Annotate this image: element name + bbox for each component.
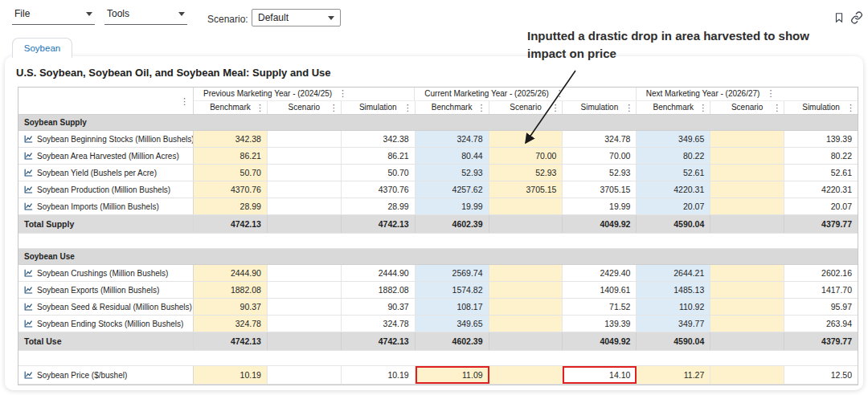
- cell[interactable]: 28.99: [194, 198, 268, 214]
- cell[interactable]: [489, 198, 563, 214]
- cell[interactable]: 324.78: [563, 131, 637, 147]
- bookmark-icon[interactable]: [833, 11, 845, 24]
- cell[interactable]: 86.21: [342, 148, 416, 164]
- cell[interactable]: [489, 131, 563, 147]
- cell[interactable]: 10.19: [342, 366, 416, 384]
- kebab-menu-icon[interactable]: ⋮: [328, 103, 340, 112]
- cell[interactable]: 80.22: [637, 148, 710, 164]
- cell[interactable]: 11.09: [416, 366, 489, 384]
- cell[interactable]: [710, 366, 784, 384]
- cell[interactable]: 52.61: [784, 165, 858, 181]
- cell[interactable]: 1882.08: [342, 282, 416, 298]
- cell[interactable]: 20.07: [784, 198, 858, 214]
- line-chart-icon[interactable]: [24, 169, 33, 177]
- cell[interactable]: [710, 131, 784, 147]
- cell[interactable]: 86.21: [194, 148, 268, 164]
- cell[interactable]: [268, 165, 342, 181]
- cell[interactable]: 90.37: [342, 299, 416, 315]
- cell[interactable]: 1409.61: [563, 282, 637, 298]
- kebab-menu-icon[interactable]: ⋮: [402, 103, 414, 112]
- cell[interactable]: 3705.15: [489, 181, 563, 198]
- cell[interactable]: 1417.70: [784, 282, 858, 298]
- cell[interactable]: [268, 299, 342, 315]
- cell[interactable]: 2444.90: [194, 265, 268, 281]
- kebab-menu-icon[interactable]: ⋮: [178, 96, 190, 105]
- cell[interactable]: 342.38: [194, 131, 268, 147]
- cell[interactable]: 349.65: [416, 316, 489, 332]
- cell[interactable]: 324.78: [416, 131, 489, 147]
- line-chart-icon[interactable]: [24, 269, 33, 277]
- kebab-menu-icon[interactable]: ⋮: [764, 89, 776, 98]
- cell[interactable]: [489, 265, 563, 281]
- kebab-menu-icon[interactable]: ⋮: [337, 89, 349, 98]
- cell[interactable]: 2429.40: [563, 265, 637, 281]
- kebab-menu-icon[interactable]: ⋮: [771, 103, 783, 112]
- cell[interactable]: 19.99: [416, 198, 489, 214]
- cell[interactable]: 52.61: [637, 165, 710, 181]
- kebab-menu-icon[interactable]: ⋮: [697, 103, 709, 112]
- cell[interactable]: 80.44: [416, 148, 489, 164]
- cell[interactable]: [489, 299, 563, 315]
- cell[interactable]: 349.65: [637, 131, 710, 147]
- cell[interactable]: [268, 131, 342, 147]
- cell[interactable]: 52.93: [416, 165, 489, 181]
- cell[interactable]: 3705.15: [563, 181, 637, 198]
- cell[interactable]: [710, 265, 784, 281]
- kebab-menu-icon[interactable]: ⋮: [476, 103, 488, 112]
- cell[interactable]: 50.70: [194, 165, 268, 181]
- cell[interactable]: 110.92: [637, 299, 710, 315]
- cell[interactable]: 90.37: [194, 299, 268, 315]
- cell[interactable]: [268, 148, 342, 164]
- line-chart-icon[interactable]: [24, 320, 33, 328]
- cell[interactable]: 50.70: [342, 165, 416, 181]
- kebab-menu-icon[interactable]: ⋮: [554, 89, 566, 98]
- tab-soybean[interactable]: Soybean: [12, 38, 72, 58]
- tools-menu-select[interactable]: Tools: [104, 8, 187, 25]
- line-chart-icon[interactable]: [24, 152, 33, 160]
- cell[interactable]: 4220.31: [784, 181, 858, 198]
- line-chart-icon[interactable]: [24, 371, 33, 379]
- cell[interactable]: 71.52: [563, 299, 637, 315]
- cell[interactable]: 349.77: [637, 316, 710, 332]
- kebab-menu-icon[interactable]: ⋮: [254, 103, 266, 112]
- cell[interactable]: 80.22: [784, 148, 858, 164]
- cell[interactable]: [710, 282, 784, 298]
- cell[interactable]: [268, 316, 342, 332]
- cell[interactable]: 12.50: [784, 366, 858, 384]
- cell[interactable]: 324.78: [194, 316, 268, 332]
- cell[interactable]: 324.78: [342, 316, 416, 332]
- cell[interactable]: 95.97: [784, 299, 858, 315]
- cell[interactable]: 1882.08: [194, 282, 268, 298]
- cell[interactable]: [268, 366, 342, 384]
- cell[interactable]: [710, 198, 784, 214]
- cell[interactable]: 52.93: [563, 165, 637, 181]
- cell[interactable]: [489, 316, 563, 332]
- cell[interactable]: 139.39: [563, 316, 637, 332]
- cell[interactable]: [489, 366, 563, 384]
- cell[interactable]: [268, 198, 342, 214]
- cell[interactable]: 2444.90: [342, 265, 416, 281]
- cell[interactable]: 139.39: [784, 131, 858, 147]
- cell[interactable]: 4257.62: [416, 181, 489, 198]
- cell[interactable]: [268, 265, 342, 281]
- cell[interactable]: 2602.16: [784, 265, 858, 281]
- cell[interactable]: [489, 282, 563, 298]
- file-menu-select[interactable]: File: [12, 8, 95, 25]
- cell[interactable]: 2644.21: [637, 265, 710, 281]
- cell[interactable]: [710, 299, 784, 315]
- line-chart-icon[interactable]: [24, 185, 33, 193]
- cell[interactable]: 28.99: [342, 198, 416, 214]
- cell[interactable]: 263.94: [784, 316, 858, 332]
- cell[interactable]: 1574.82: [416, 282, 489, 298]
- cell[interactable]: 70.00: [563, 148, 637, 164]
- cell[interactable]: [268, 181, 342, 198]
- cell[interactable]: 4370.76: [194, 181, 268, 198]
- cell[interactable]: 70.00: [489, 148, 563, 164]
- link-icon[interactable]: [850, 11, 863, 24]
- kebab-menu-icon[interactable]: ⋮: [623, 103, 635, 112]
- cell[interactable]: [710, 181, 784, 198]
- cell[interactable]: 342.38: [342, 131, 416, 147]
- line-chart-icon[interactable]: [24, 286, 33, 294]
- kebab-menu-icon[interactable]: ⋮: [845, 103, 857, 112]
- cell[interactable]: 14.10: [563, 366, 637, 384]
